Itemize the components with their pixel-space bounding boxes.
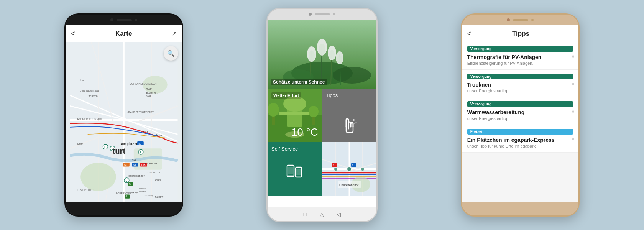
tips-title-1: Thermografie für PV-Anlagen [467, 54, 573, 60]
phone-tips: < Tipps Versorgung Thermografie für PV-A… [461, 13, 580, 217]
svg-text:Lieb...: Lieb... [81, 79, 88, 82]
phone1-dot [135, 19, 137, 21]
tips-item-2[interactable]: Versorgung Trocknen unser Energiespartip… [462, 70, 578, 97]
phone3-bottom-bar [462, 202, 578, 215]
tips-header: < Tipps [462, 25, 578, 42]
svg-text:61: 61 [133, 163, 136, 167]
svg-point-107 [334, 168, 337, 171]
phone2-top-bar [268, 9, 376, 20]
phone-home: Schätze unterm Schnee [266, 8, 378, 222]
map-nav-icon[interactable]: ↗ [172, 30, 177, 37]
tips-badge-3: Versorgung [467, 101, 573, 107]
svg-text:3: 3 [352, 164, 353, 167]
tips-sub-1: Effizienzsteigerung für PV-Anlagen. [467, 61, 573, 66]
tile-snow[interactable]: Schätze unterm Schnee [268, 20, 376, 89]
nav-square-btn[interactable]: □ [301, 210, 309, 218]
tips-badge-4: Freizeit [467, 129, 573, 135]
tile-selfservice-label: Self Service [271, 146, 298, 152]
tips-back-button[interactable]: < [467, 29, 472, 38]
phone2-screen: Schätze unterm Schnee [268, 20, 376, 207]
phone3-top-bar [462, 15, 578, 25]
svg-rect-78 [279, 112, 310, 115]
svg-point-108 [361, 168, 364, 171]
svg-text:90: 90 [138, 142, 141, 145]
svg-text:Dabe...: Dabe... [155, 178, 163, 181]
tips-badge-2: Versorgung [467, 74, 573, 79]
tile-weather[interactable]: Wetter Erfurt 10 °C [268, 89, 322, 142]
tips-title: Tipps [476, 30, 565, 38]
tips-arrow-2: » [572, 80, 575, 87]
svg-text:Löberei-: Löberei- [139, 187, 147, 190]
tips-list: Versorgung Thermografie für PV-Anlagen E… [462, 42, 578, 202]
tips-sub-2: unser Energiespartipp [467, 89, 573, 93]
tips-title-2: Trocknen [467, 82, 573, 88]
phone3-dot [531, 19, 534, 21]
tips-item-3[interactable]: Versorgung Warmwasserbereitung unser Ene… [462, 97, 578, 125]
map-header: < Karte ↗ [66, 25, 182, 42]
svg-text:52: 52 [124, 163, 127, 167]
svg-point-85 [355, 122, 356, 123]
touch-icon [338, 115, 361, 138]
phone1-camera [110, 18, 113, 21]
svg-text:Eugen-R...: Eugen-R... [146, 91, 158, 94]
svg-rect-88 [288, 167, 293, 174]
svg-text:Hauptbahnhof: Hauptbahnhof [127, 174, 145, 177]
svg-text:5: 5 [129, 182, 131, 186]
tips-item-1[interactable]: Versorgung Thermografie für PV-Anlagen E… [462, 42, 578, 70]
map-title: Karte [115, 30, 132, 38]
svg-rect-73 [268, 20, 376, 89]
svg-rect-89 [287, 175, 294, 176]
svg-point-7 [81, 163, 116, 191]
svg-point-77 [283, 96, 306, 112]
tips-badge-1: Versorgung [467, 46, 573, 52]
tips-title-3: Warmwasserbereitung [467, 109, 573, 115]
svg-point-83 [309, 106, 319, 117]
svg-point-84 [353, 119, 355, 121]
tips-item-4[interactable]: Freizeit Ein Plätzchen im egapark-Expres… [462, 125, 578, 153]
phone1-top-bar [66, 15, 182, 25]
phone3-speaker [513, 19, 528, 21]
tile-map-mini: Hauptbahnhof 5 3 [322, 142, 376, 196]
svg-text:113 235 350 357: 113 235 350 357 [145, 171, 161, 174]
tips-title-4: Ein Plätzchen im egapark-Express [467, 137, 573, 143]
selfservice-icon [284, 161, 305, 182]
tips-arrow-3: » [572, 108, 575, 114]
scene: < Karte ↗ [0, 0, 644, 230]
tile-map[interactable]: Hauptbahnhof 5 3 [322, 142, 376, 196]
tile-tips[interactable]: Tipps [322, 89, 376, 142]
map-content[interactable]: Andreasvorstadt JOHANNESVORSTADT ANDREAS… [66, 42, 182, 202]
svg-text:Krämpferto...: Krämpferto... [148, 133, 164, 137]
svg-text:Busbahnho...: Busbahnho... [145, 162, 159, 165]
svg-text:graben: graben [139, 190, 146, 192]
phone2-bottom-bar: □ △ ◁ [268, 207, 376, 221]
svg-text:SWE: SWE [146, 88, 152, 90]
svg-text:6: 6 [126, 195, 127, 198]
tips-arrow-4: » [572, 136, 575, 142]
svg-text:JOHANNESVORSTADT: JOHANNESVORSTADT [130, 82, 157, 85]
svg-text:Staufenb...: Staufenb... [88, 95, 100, 97]
svg-point-81 [268, 103, 279, 117]
svg-point-86 [354, 123, 355, 124]
phone1-bottom-bar [66, 202, 182, 215]
svg-text:Hauptbahnhof: Hauptbahnhof [339, 183, 359, 187]
svg-text:SWE: SWE [143, 130, 148, 133]
svg-text:SWE: SWE [132, 159, 138, 161]
phone1-speaker [117, 19, 132, 21]
phone-map: < Karte ↗ [64, 13, 183, 217]
nav-home-btn[interactable]: △ [318, 210, 326, 218]
svg-rect-92 [296, 176, 302, 177]
tips-arrow-1: » [572, 53, 575, 59]
svg-text:KRAMPFERVORSTADT: KRAMPFERVORSTADT [127, 111, 154, 113]
svg-text:für Eintag: für Eintag [145, 194, 154, 197]
map-svg: Andreasvorstadt JOHANNESVORSTADT ANDREAS… [66, 42, 182, 202]
tile-selfservice[interactable]: Self Service [268, 142, 322, 196]
phone2-camera [309, 13, 312, 16]
svg-text:E: E [140, 151, 142, 154]
map-back-button[interactable]: < [71, 29, 76, 38]
svg-text:DABER...: DABER... [155, 196, 166, 199]
phone3-screen: < Tipps Versorgung Thermografie für PV-A… [462, 25, 578, 202]
svg-text:Altsta...: Altsta... [77, 143, 85, 145]
phone2-dot [333, 13, 335, 15]
nav-back-btn[interactable]: ◁ [335, 210, 343, 218]
svg-text:SWE: SWE [146, 95, 152, 97]
